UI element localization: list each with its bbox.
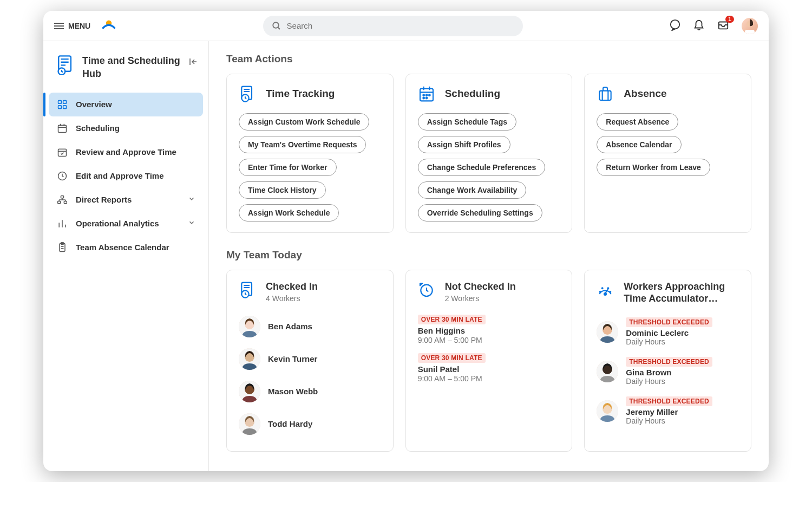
action-card-time-tracking: Time TrackingAssign Custom Work Schedule… [226,74,394,233]
menu-button[interactable]: MENU [54,22,90,30]
search-box[interactable] [263,16,523,36]
svg-point-70 [600,291,601,292]
svg-rect-22 [58,149,67,156]
worker-sub: Daily Hours [626,377,712,386]
notifications-icon[interactable] [693,19,705,33]
card-title: Absence [624,88,666,100]
sidebar-item-team-absence-calendar[interactable]: Team Absence Calendar [49,236,203,259]
collapse-sidebar-icon[interactable] [189,57,198,68]
chat-icon[interactable] [669,19,681,33]
document-clock-icon [239,85,256,102]
action-pill[interactable]: Change Schedule Preferences [418,159,546,176]
action-pill[interactable]: Enter Time for Worker [239,159,337,176]
hub-title: Time and Scheduling Hub [82,54,181,81]
action-pill[interactable]: Change Work Availability [418,181,527,199]
nav-icon [56,170,68,182]
menu-label: MENU [68,22,90,30]
svg-point-69 [604,293,606,295]
threshold-worker-row[interactable]: THRESHOLD EXCEEDEDDominic LeclercDaily H… [597,312,739,351]
svg-point-51 [425,97,427,99]
worker-name: Ben Adams [268,322,312,331]
warning-badge: OVER 30 MIN LATE [418,353,486,363]
team-card-subtitle: 4 Workers [266,294,318,303]
worker-row[interactable]: Kevin Turner [239,343,381,375]
svg-point-47 [423,94,424,96]
my-team-today-heading: My Team Today [226,249,751,261]
warning-badge: OVER 30 MIN LATE [418,315,486,324]
action-pill[interactable]: Override Scheduling Settings [418,204,542,222]
sidebar-item-scheduling[interactable]: Scheduling [49,116,203,140]
action-pill[interactable]: Assign Custom Work Schedule [239,113,369,131]
nav-icon [56,218,68,230]
sidebar-item-overview[interactable]: Overview [49,93,203,116]
worker-schedule: 9:00 AM – 5:00 PM [418,374,486,383]
workday-logo[interactable] [101,18,116,34]
sidebar-item-review-and-approve-time[interactable]: Review and Approve Time [49,140,203,164]
svg-line-2 [278,27,280,29]
worker-avatar [239,381,260,402]
worker-row[interactable]: Ben Adams [239,310,381,343]
svg-rect-52 [600,91,611,100]
worker-name: Todd Hardy [268,419,312,428]
worker-name: Gina Brown [626,368,712,377]
sidebar-item-direct-reports[interactable]: Direct Reports [49,188,203,212]
team-card-title: Checked In [266,281,318,293]
search-icon [272,21,281,31]
svg-rect-28 [58,201,61,203]
nav-icon [56,99,68,110]
worker-name: Kevin Turner [268,354,317,363]
threshold-worker-row[interactable]: THRESHOLD EXCEEDEDGina BrownDaily Hours [597,351,739,391]
svg-point-71 [602,288,603,289]
svg-point-1 [273,22,279,28]
nav-label: Edit and Approve Time [76,171,195,180]
hamburger-icon [54,23,64,29]
svg-rect-29 [64,201,67,203]
action-pill[interactable]: Assign Work Schedule [239,204,339,222]
worker-avatar [239,348,260,370]
sidebar-item-operational-analytics[interactable]: Operational Analytics [49,212,203,236]
late-worker-row[interactable]: OVER 30 MIN LATEBen Higgins9:00 AM – 5:0… [418,310,560,349]
calendar-icon [418,85,435,102]
card-title: Time Tracking [266,88,335,100]
worker-avatar [239,316,260,337]
action-pill[interactable]: My Team's Overtime Requests [239,136,366,153]
worker-name: Sunil Patel [418,364,486,374]
action-pill[interactable]: Request Absence [597,113,678,131]
chevron-down-icon [188,195,195,204]
nav-icon [56,146,68,158]
gauge-icon [597,281,614,298]
nav-icon [56,122,68,134]
team-card-workers-approaching-time-accumulator-: Workers Approaching Time Accumulator…THR… [584,270,751,452]
document-clock-icon [239,281,256,298]
sidebar-item-edit-and-approve-time[interactable]: Edit and Approve Time [49,164,203,188]
svg-point-3 [671,19,680,29]
clock-arrow-icon [418,281,435,298]
search-input[interactable] [287,21,514,30]
action-card-scheduling: SchedulingAssign Schedule TagsAssign Shi… [405,74,573,233]
warning-badge: THRESHOLD EXCEEDED [626,357,712,367]
action-pill[interactable]: Assign Shift Profiles [418,136,510,153]
svg-rect-16 [58,105,62,108]
threshold-worker-row[interactable]: THRESHOLD EXCEEDEDJeremy MillerDaily Hou… [597,391,739,431]
hub-icon [56,54,75,77]
action-pill[interactable]: Return Worker from Leave [597,159,710,176]
svg-rect-6 [745,30,755,34]
worker-sub: Daily Hours [626,337,712,346]
nav-label: Overview [76,100,195,109]
team-card-title: Workers Approaching Time Accumulator… [624,281,739,304]
worker-row[interactable]: Todd Hardy [239,408,381,440]
action-pill[interactable]: Absence Calendar [597,136,681,153]
worker-schedule: 9:00 AM – 5:00 PM [418,336,486,344]
inbox-icon[interactable]: 1 [717,19,730,33]
worker-avatar [239,413,260,435]
profile-avatar[interactable] [742,18,758,34]
svg-rect-4 [719,22,728,29]
worker-avatar [597,361,618,382]
action-pill[interactable]: Time Clock History [239,181,326,199]
worker-sub: Daily Hours [626,416,712,425]
late-worker-row[interactable]: OVER 30 MIN LATESunil Patel9:00 AM – 5:0… [418,349,560,387]
nav-label: Scheduling [76,123,195,133]
worker-row[interactable]: Mason Webb [239,375,381,408]
team-actions-heading: Team Actions [226,53,751,65]
action-pill[interactable]: Assign Schedule Tags [418,113,516,131]
